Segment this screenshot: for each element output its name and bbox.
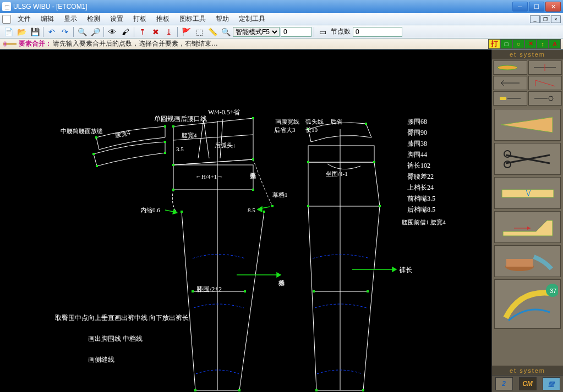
footer-btn-page-icon[interactable]: ▥ xyxy=(543,377,560,390)
menu-file[interactable]: 文件 xyxy=(13,13,35,25)
menu-push[interactable]: 推板 xyxy=(152,13,174,25)
mode-value-input[interactable] xyxy=(281,27,311,37)
lbl-knee: 膝围/2+2 xyxy=(196,285,222,293)
flag-icon[interactable]: 🚩 xyxy=(180,26,192,37)
select-rect-icon[interactable]: ▭ xyxy=(316,26,329,37)
command-hint: 请先输入要素合并后的点数，选择合并要素，右键结束… xyxy=(53,39,218,48)
tool-measure-icon[interactable] xyxy=(493,91,527,106)
menu-check[interactable]: 检测 xyxy=(83,13,105,25)
drawing-canvas[interactable]: 单圆规画后腰口线 W/4-0.5+省 中腰筒腰面放缝 腰宽4 腰宽4 3.5 后… xyxy=(0,49,491,392)
rtool-da[interactable]: 打 xyxy=(488,39,500,49)
save-icon[interactable]: 💾 xyxy=(29,26,41,37)
lbl-right-arrow: 裤长 xyxy=(399,266,412,274)
footer-btn-cm[interactable]: CM xyxy=(519,377,537,390)
svg-rect-42 xyxy=(367,290,369,292)
zoom-in-icon[interactable]: 🔍 xyxy=(76,26,88,37)
mdi-restore[interactable]: ❐ xyxy=(540,15,550,23)
cross-icon[interactable]: ✖ xyxy=(150,26,162,37)
minimize-button[interactable]: ─ xyxy=(512,2,528,12)
svg-text:腰围68: 腰围68 xyxy=(407,118,427,125)
svg-text:膝围38: 膝围38 xyxy=(407,140,427,147)
svg-point-75 xyxy=(504,161,511,168)
menu-custom[interactable]: 定制工具 xyxy=(234,13,270,25)
arrow-up-icon[interactable]: ⤒ xyxy=(136,26,149,37)
mdi-minimize[interactable]: _ xyxy=(530,15,540,23)
tool-notch-icon[interactable] xyxy=(494,177,561,209)
lbl-top-formula: W/4-0.5+省 xyxy=(208,108,240,116)
svg-marker-50 xyxy=(173,209,177,214)
svg-rect-34 xyxy=(238,389,240,391)
tool-wedge-icon[interactable] xyxy=(494,109,561,141)
svg-marker-71 xyxy=(501,117,553,132)
mdi-close[interactable]: × xyxy=(551,15,561,23)
rtool-arrows[interactable]: ↕ xyxy=(537,39,549,49)
rtool-rect[interactable]: □ xyxy=(500,39,512,49)
col-h1: 画腰宽线 xyxy=(275,118,299,125)
window-title: ULSG WIBU - [ETCOM1] xyxy=(13,3,512,10)
menu-view[interactable]: 显示 xyxy=(59,13,81,25)
svg-rect-21 xyxy=(164,152,166,154)
close-button[interactable]: ✕ xyxy=(545,2,561,12)
menu-edit[interactable]: 编辑 xyxy=(36,13,58,25)
svg-marker-48 xyxy=(392,267,396,272)
right-sidebar: et system 37 et system 2 CM ▥ xyxy=(491,49,563,392)
svg-rect-76 xyxy=(502,190,554,197)
svg-rect-40 xyxy=(379,205,381,207)
menu-board[interactable]: 打板 xyxy=(129,13,151,25)
footer-btn-2[interactable]: 2 xyxy=(495,377,513,390)
lbl-seat: 坐围/4-1 xyxy=(326,170,348,177)
app-icon-small xyxy=(2,15,11,24)
svg-rect-41 xyxy=(313,290,315,292)
svg-rect-39 xyxy=(307,205,309,207)
svg-rect-67 xyxy=(500,97,506,100)
tool-divider-icon[interactable] xyxy=(528,60,562,75)
svg-rect-28 xyxy=(271,205,274,207)
scissors-icon xyxy=(2,40,18,48)
lbl-top-title: 单圆规画后腰口线 xyxy=(154,115,207,123)
zoom-out-icon[interactable]: 🔎 xyxy=(89,26,101,37)
svg-point-63 xyxy=(498,65,517,70)
rtool-a[interactable]: A xyxy=(549,39,561,49)
eye-icon[interactable]: 👁 xyxy=(106,26,118,37)
lbl-up-arc: 上档弧 xyxy=(250,173,257,179)
ruler-icon[interactable]: 📏 xyxy=(206,26,218,37)
menu-settings[interactable]: 设置 xyxy=(106,13,128,25)
tool-curve-ruler-icon[interactable]: 37 xyxy=(494,279,561,329)
menu-help[interactable]: 帮助 xyxy=(211,13,233,25)
scale-icon[interactable]: 🔍 xyxy=(220,26,232,37)
tool-angle-icon[interactable] xyxy=(528,76,562,90)
nodes-value-input[interactable] xyxy=(353,27,402,37)
menu-icons[interactable]: 图标工具 xyxy=(175,13,210,25)
redo-icon[interactable]: ↷ xyxy=(59,26,71,37)
mode-select[interactable]: 智能模式F5 xyxy=(233,27,280,37)
svg-marker-52 xyxy=(258,207,262,212)
rtool-circle[interactable]: ○ xyxy=(512,39,524,49)
tool-pencil-icon[interactable] xyxy=(493,60,527,75)
svg-rect-80 xyxy=(506,259,533,267)
new-icon[interactable]: 📄 xyxy=(2,26,14,37)
svg-text:前档嘴3.5: 前档嘴3.5 xyxy=(407,195,435,202)
command-hint-bar: 要素合并： 请先输入要素合并后的点数，选择合并要素，右键结束… 打 □ ○ ✕ … xyxy=(0,38,563,49)
note3: 画侧缝线 xyxy=(88,356,114,363)
svg-rect-17 xyxy=(164,125,166,128)
arrow-down-icon[interactable]: ⤓ xyxy=(163,26,175,37)
tool-arrow-left-icon[interactable] xyxy=(493,76,527,90)
maximize-button[interactable]: ☐ xyxy=(529,2,544,12)
svg-marker-46 xyxy=(277,273,281,277)
brush-icon[interactable]: 🖌 xyxy=(119,26,132,37)
svg-rect-37 xyxy=(307,161,309,163)
open-icon[interactable]: 📂 xyxy=(15,26,28,37)
lbl-center: 落档 xyxy=(279,280,286,286)
view-icon[interactable]: ⬚ xyxy=(193,26,205,37)
tool-scissors-icon[interactable] xyxy=(494,143,561,175)
lbl-waist4a: 腰宽4 xyxy=(114,129,131,139)
menu-bar: 文件 编辑 显示 检测 设置 打板 推板 图标工具 帮助 定制工具 _ ❐ × xyxy=(0,13,563,25)
command-name: 要素合并： xyxy=(19,39,52,48)
rtool-x[interactable]: ✕ xyxy=(524,39,537,49)
tool-compass-icon[interactable] xyxy=(528,91,562,106)
undo-icon[interactable]: ↶ xyxy=(46,26,58,37)
tool-pattern-icon[interactable] xyxy=(494,211,561,243)
note1: 取臀围中点向上垂直画出裤中线 向下放出裤长 xyxy=(55,314,189,322)
note2: 画出脚围线 中档线 xyxy=(88,335,143,343)
tool-wash-icon[interactable] xyxy=(494,245,561,277)
